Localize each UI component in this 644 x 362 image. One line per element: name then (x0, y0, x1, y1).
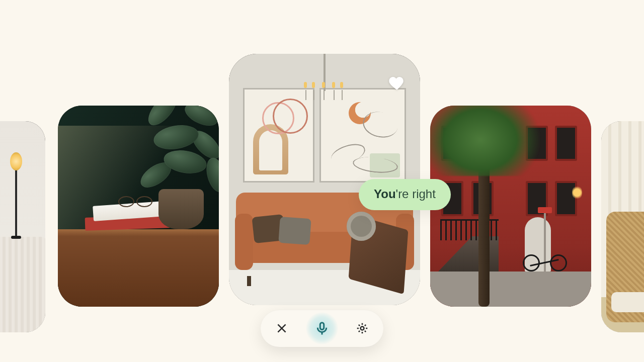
image-carousel[interactable] (0, 0, 644, 362)
heart-icon (387, 74, 407, 92)
carousel-card[interactable] (58, 106, 219, 307)
close-button[interactable] (274, 320, 290, 336)
carousel-card[interactable] (0, 121, 45, 332)
mic-icon (314, 321, 330, 336)
mic-button[interactable] (306, 312, 338, 344)
carousel-card[interactable] (601, 121, 644, 332)
gear-icon (356, 322, 369, 335)
voice-control-bar (261, 310, 383, 347)
svg-point-4 (361, 327, 364, 330)
svg-rect-2 (320, 323, 324, 330)
carousel-card[interactable] (430, 106, 591, 307)
speech-text: 're right (396, 187, 436, 201)
close-icon (275, 322, 288, 335)
assistant-speech-bubble: You're right (359, 179, 451, 210)
favorite-button[interactable] (387, 74, 407, 92)
speech-emphasis: You (374, 187, 396, 201)
settings-button[interactable] (354, 320, 370, 336)
